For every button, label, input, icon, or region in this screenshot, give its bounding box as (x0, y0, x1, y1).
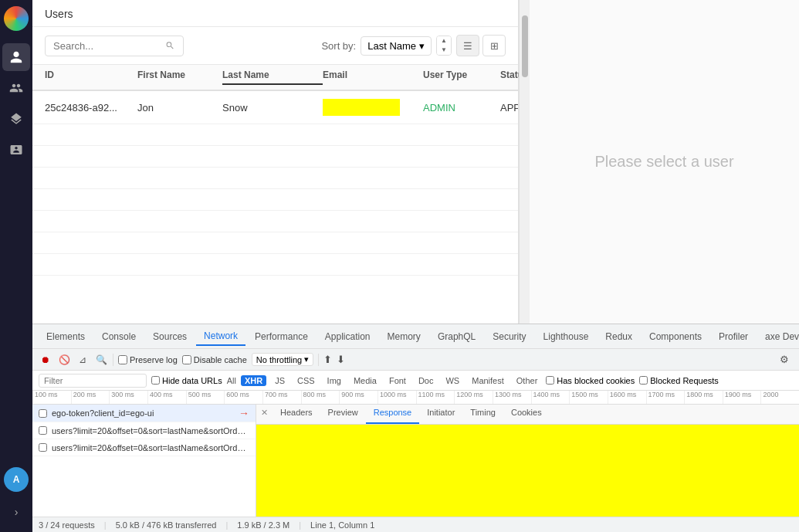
import-button[interactable]: ⬆ (323, 354, 332, 365)
filter-img[interactable]: Img (323, 375, 345, 386)
response-tab-headers[interactable]: Headers (273, 405, 320, 424)
request-checkbox[interactable] (39, 409, 47, 418)
has-blocked-cookies-input[interactable] (546, 376, 554, 385)
cell-first-name: Jon (137, 102, 222, 114)
ruler-100: 100 ms (32, 391, 71, 404)
request-item-users-2[interactable]: users?limit=20&offset=0&sort=lastName&so… (32, 439, 256, 456)
sort-up-arrow[interactable]: ▲ (437, 36, 451, 46)
tab-sources[interactable]: Sources (145, 328, 195, 345)
filter-ws[interactable]: WS (442, 375, 463, 386)
request-checkbox[interactable] (39, 443, 47, 452)
hide-data-urls-checkbox[interactable]: Hide data URLs (151, 376, 222, 385)
table-row[interactable] (32, 146, 518, 168)
sidebar-item-idcard[interactable] (2, 136, 30, 164)
tab-application[interactable]: Application (317, 328, 378, 345)
search-box[interactable] (45, 36, 184, 56)
devtools-panel: Elements Console Sources Network Perform… (32, 324, 799, 532)
disable-cache-checkbox[interactable]: Disable cache (182, 355, 247, 364)
scrollbar-thumb[interactable] (522, 15, 528, 77)
search-sort-bar: Sort by: Last Name ▾ ▲ ▼ ☰ ⊞ (32, 27, 518, 65)
scrollbar[interactable] (519, 0, 530, 324)
table-row[interactable] (32, 168, 518, 189)
tab-redux[interactable]: Redux (598, 328, 640, 345)
avatar[interactable]: A (4, 467, 29, 492)
response-tab-preview[interactable]: Preview (320, 405, 366, 424)
tab-security[interactable]: Security (485, 328, 533, 345)
blocked-requests-checkbox[interactable]: Blocked Requests (639, 376, 719, 385)
preserve-log-input[interactable] (118, 355, 127, 364)
request-name: ego-token?client_id=ego-ui (52, 408, 232, 418)
filter-font[interactable]: Font (385, 375, 410, 386)
response-tab-cookies[interactable]: Cookies (503, 405, 550, 424)
search-icon[interactable]: 🔍 (94, 353, 108, 367)
sidebar-item-layers[interactable] (2, 105, 30, 133)
response-tab-response[interactable]: Response (366, 405, 420, 424)
tab-lighthouse[interactable]: Lighthouse (536, 328, 597, 345)
export-button[interactable]: ⬇ (337, 354, 345, 365)
table-row[interactable] (32, 211, 518, 232)
table-row[interactable] (32, 124, 518, 146)
preserve-log-checkbox[interactable]: Preserve log (118, 355, 178, 364)
ruler-1100: 1100 ms (416, 391, 455, 404)
sort-direction-toggle[interactable]: ▲ ▼ (436, 36, 452, 55)
request-checkbox[interactable] (39, 426, 47, 435)
sort-select[interactable]: Last Name ▾ (361, 36, 432, 56)
list-view-button[interactable]: ☰ (456, 35, 479, 56)
disable-cache-input[interactable] (182, 355, 191, 364)
throttle-select[interactable]: No throttling ▾ (252, 353, 313, 366)
has-blocked-cookies-checkbox[interactable]: Has blocked cookies (546, 376, 635, 385)
grid-view-button[interactable]: ⊞ (482, 35, 506, 56)
record-button[interactable]: ⏺ (39, 353, 52, 367)
filter-all-label[interactable]: All (227, 376, 236, 385)
tab-elements[interactable]: Elements (39, 328, 93, 345)
hide-data-urls-input[interactable] (151, 376, 160, 385)
network-settings-icon[interactable]: ⚙ (776, 351, 793, 368)
tab-network[interactable]: Network (196, 327, 245, 346)
ruler-1900: 1900 ms (723, 391, 761, 404)
response-panel: ✕ Headers Preview Response Initiator Tim… (256, 405, 799, 517)
has-blocked-cookies-label: Has blocked cookies (557, 376, 635, 385)
tab-profiler[interactable]: Profiler (711, 328, 756, 345)
tab-memory[interactable]: Memory (380, 328, 428, 345)
tab-axe-devtools[interactable]: axe DevTools (757, 328, 799, 345)
filter-manifest[interactable]: Manifest (468, 375, 508, 386)
response-close-button[interactable]: ✕ (256, 405, 273, 424)
sidebar-expand-arrow[interactable]: › (2, 498, 30, 526)
table-row[interactable] (32, 254, 518, 276)
tab-console[interactable]: Console (94, 328, 144, 345)
sort-value: Last Name (367, 40, 416, 52)
table-row[interactable] (32, 189, 518, 211)
table-row[interactable]: 25c24836-a92... Jon Snow ADMIN APPROVED (32, 91, 518, 124)
cell-id: 25c24836-a92... (45, 102, 137, 114)
disable-cache-label: Disable cache (194, 355, 247, 364)
filter-js[interactable]: JS (271, 375, 289, 386)
filter-doc[interactable]: Doc (415, 375, 438, 386)
tab-graphql[interactable]: GraphQL (430, 328, 483, 345)
blocked-requests-label: Blocked Requests (650, 376, 719, 385)
blocked-requests-input[interactable] (639, 376, 648, 385)
sidebar-item-user[interactable] (2, 43, 30, 71)
table-row[interactable] (32, 232, 518, 254)
network-toolbar: ⏺ 🚫 ⊿ 🔍 Preserve log Disable cache No th… (32, 349, 799, 371)
filter-other[interactable]: Other (513, 375, 542, 386)
filter-xhr-badge[interactable]: XHR (241, 375, 266, 386)
app-logo[interactable] (4, 6, 29, 31)
statusbar-resources: 1.9 kB / 2.3 M (237, 520, 289, 530)
sidebar: A › (0, 0, 32, 532)
response-tab-initiator[interactable]: Initiator (419, 405, 462, 424)
request-item-users-1[interactable]: users?limit=20&offset=0&sort=lastName&so… (32, 422, 256, 439)
tab-components[interactable]: Components (642, 328, 709, 345)
response-tab-timing[interactable]: Timing (462, 405, 503, 424)
throttle-dropdown-arrow: ▾ (304, 354, 309, 364)
filter-css[interactable]: CSS (293, 375, 319, 386)
preserve-log-label: Preserve log (130, 355, 178, 364)
filter-icon[interactable]: ⊿ (76, 353, 90, 367)
sidebar-item-group[interactable] (2, 74, 30, 102)
sort-down-arrow[interactable]: ▼ (437, 46, 451, 55)
tab-performance[interactable]: Performance (247, 328, 316, 345)
search-input[interactable] (53, 40, 162, 52)
filter-media[interactable]: Media (350, 375, 381, 386)
clear-button[interactable]: 🚫 (57, 353, 71, 367)
request-item-ego-token[interactable]: ego-token?client_id=ego-ui → (32, 405, 256, 422)
filter-input[interactable] (39, 374, 147, 388)
